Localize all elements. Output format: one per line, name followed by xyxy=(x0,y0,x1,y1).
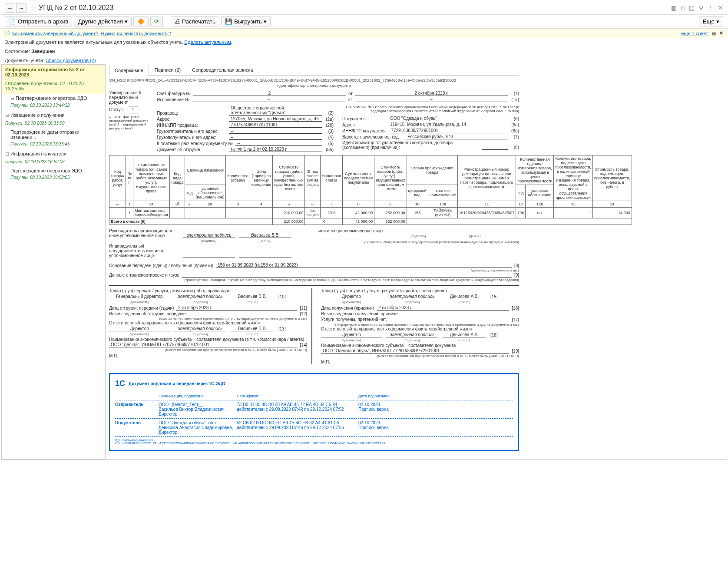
warning-link-2[interactable]: Нужно ли печатать документы? xyxy=(101,31,171,36)
print-button[interactable]: 🖨 Распечатать xyxy=(171,17,219,26)
sidebar-time: Получен, 02.10.2023 16:35:45 xyxy=(2,141,105,149)
docs-label: Документы учета: xyxy=(5,58,44,63)
warning-link-1[interactable]: Как изменить завершённый документ? xyxy=(12,31,98,36)
sidebar-time: Получен, 02.10.2023 16:33:00 xyxy=(2,120,105,128)
more-button[interactable]: Еще ▾ xyxy=(699,17,723,26)
settings-icon[interactable]: ▤ xyxy=(689,4,695,11)
tab-signatures[interactable]: Подписи (2) xyxy=(149,64,186,75)
docs-link[interactable]: Список документов (2) xyxy=(46,58,96,63)
make-actual-link[interactable]: Сделать актуальным xyxy=(184,40,231,45)
tree-button[interactable]: 🔶 xyxy=(133,17,149,26)
sidebar-time: Получен, 02.10.2023 16:52:05 xyxy=(2,175,105,182)
link-icon[interactable]: ⚲ xyxy=(699,4,703,11)
doc-id: ON_NSCHFDOPPRPROS_2AL-A7303297-B5CA-4BD6… xyxy=(109,76,519,83)
table-row: --1Монтаж системы видеонаблюдения-------… xyxy=(109,208,632,218)
status-note: 1 – счет-фактура и передаточный документ… xyxy=(109,115,148,130)
sidebar-item[interactable]: Подтверждение даты отправки извещени... xyxy=(2,128,105,141)
sidebar-time: Получен, 02.10.2023 16:52:06 xyxy=(2,159,105,167)
favorite-icon[interactable]: ☆ xyxy=(30,4,36,12)
export-button[interactable]: 💾 Выгрузить ▾ xyxy=(221,17,271,26)
refresh-button[interactable]: ⟳ xyxy=(150,17,163,26)
sidebar-item[interactable]: Извещение о получении xyxy=(2,110,105,120)
list-icon[interactable]: ▤ xyxy=(711,30,716,36)
more-tips-link[interactable]: еще 1 совет xyxy=(681,31,708,36)
close-icon[interactable]: ✕ xyxy=(718,4,723,11)
doc-id-label: идентификатор электронного документа xyxy=(109,83,519,90)
sidebar-header[interactable]: Информация отправителя № 2 от 02.10.2023 xyxy=(2,65,105,79)
items-table: Код товара/ работ, услуг № п/п Наименова… xyxy=(109,155,632,225)
state-label: Состояние: xyxy=(5,49,30,54)
sidebar-time: Получен, 02.10.2023 13:44:32 xyxy=(2,102,105,110)
signature-box: 1С Документ подписан и передан через 1С-… xyxy=(109,373,519,451)
tab-content[interactable]: Содержимое xyxy=(109,65,149,76)
close-warning-icon[interactable]: ✕ xyxy=(719,30,723,36)
forward-button[interactable]: → xyxy=(16,3,26,13)
tab-note[interactable]: Сопроводительная записка xyxy=(186,64,258,75)
other-actions-button[interactable]: Другие действия ▾ xyxy=(74,17,132,26)
archive-button[interactable]: 📄 Отправить в архив xyxy=(5,17,72,26)
sidebar-status: Отправлен получателю, 02.10.2023 13:25:4… xyxy=(2,79,105,94)
actual-text: Электронный документ не является актуаль… xyxy=(5,40,184,45)
info-icon: ⓘ xyxy=(5,30,10,36)
back-button[interactable]: ← xyxy=(5,3,15,13)
appendix-note: Приложение № 1 к постановлению Правитель… xyxy=(342,105,519,113)
print-icon[interactable]: ⎙ xyxy=(681,4,685,11)
kebab-icon[interactable]: ⋮ xyxy=(708,4,714,11)
sidebar-item[interactable]: Подтверждение оператора ЭДО xyxy=(2,167,105,175)
status-box: 1 xyxy=(128,106,138,113)
scan-icon[interactable]: ▦ xyxy=(671,4,677,11)
sidebar-item[interactable]: Подтверждение оператора ЭДО xyxy=(2,94,105,102)
upd-label: Универсальный передаточный документ xyxy=(109,90,144,105)
sidebar-item[interactable]: Информация получателя xyxy=(2,149,105,159)
sidebar: Информация отправителя № 2 от 02.10.2023… xyxy=(1,64,106,459)
page-title: УПД № 2 от 02.10.2023 xyxy=(39,4,671,12)
state-value: Завершен xyxy=(31,49,55,54)
1c-logo-icon: 1С xyxy=(115,379,125,388)
